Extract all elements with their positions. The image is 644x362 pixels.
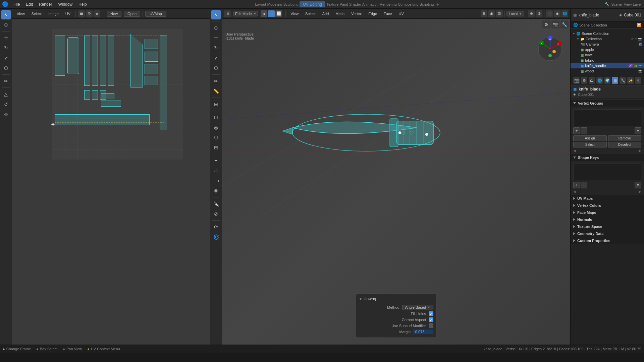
vp-mesh-btn[interactable]: Mesh	[333, 11, 347, 16]
prop-tab-scene[interactable]: 🌐	[596, 77, 603, 84]
fill-holes-checkbox[interactable]: ✓	[429, 311, 433, 316]
tree-collection[interactable]: ▼ 📁 Collection 👁 ⊙ 📷	[571, 36, 644, 42]
uv-maps-header[interactable]: UV Maps	[571, 195, 644, 202]
vp-vertex-btn[interactable]: Vertex	[348, 11, 364, 16]
prop-tab-output[interactable]: ⚙	[581, 77, 587, 84]
uv-select-btn[interactable]: Select	[29, 11, 45, 16]
vp-add-btn[interactable]: ⊞	[211, 100, 221, 109]
select-btn[interactable]: Select	[573, 142, 607, 147]
vp-shrink-btn[interactable]: ⊗	[211, 186, 221, 195]
uv-vertex-mode-btn[interactable]: ●	[94, 10, 100, 17]
shape-keys-header[interactable]: Shape Keys	[571, 154, 644, 161]
unwrap-method-value[interactable]: Angle Based ▼	[402, 305, 433, 310]
margin-input[interactable]: 0.073	[413, 329, 433, 334]
tree-collection-vis-icon[interactable]: 👁	[631, 37, 634, 41]
uv-sync-toggle[interactable]: ⟳	[86, 10, 93, 17]
correct-aspect-checkbox[interactable]: ✓	[429, 317, 433, 322]
tree-fabric[interactable]: ▦ fabric	[571, 58, 644, 63]
use-subsurf-checkbox[interactable]	[429, 323, 433, 328]
scale-tool-btn[interactable]: ⤢	[1, 53, 11, 63]
vp-edge-btn[interactable]: Edge	[366, 11, 380, 16]
vp-shading-material-btn[interactable]: ◉	[554, 10, 560, 17]
normals-header[interactable]: Normals	[571, 216, 644, 223]
vp-screw-btn[interactable]: 🌀	[211, 232, 221, 242]
vp-proportional-icon[interactable]: ◉	[488, 10, 495, 17]
uv-uv-btn[interactable]: UV	[63, 11, 73, 16]
viewport-render-props-icon[interactable]: ⚙	[542, 20, 550, 28]
uv-view-btn[interactable]: View	[14, 11, 28, 16]
vp-edge-slide-btn[interactable]: ⟼	[211, 176, 221, 185]
prop-tab-modifier[interactable]: 🔧	[620, 77, 626, 84]
annotate-tool-btn[interactable]: ✏	[1, 76, 11, 86]
stitch-tool-btn[interactable]: ⊛	[1, 110, 11, 119]
tree-bowl[interactable]: ▦ bowl	[571, 52, 644, 58]
vp-polypen-btn[interactable]: ✦	[211, 156, 221, 165]
uvmap-selector[interactable]: UVMap	[145, 11, 166, 17]
vertex-colors-header[interactable]: Vertex Colors	[571, 202, 644, 209]
tree-apple[interactable]: ▦ apple	[571, 47, 644, 52]
vp-inset-btn[interactable]: ◎	[211, 123, 221, 132]
tree-wood[interactable]: ▦ wood 📷	[571, 68, 644, 74]
texture-space-header[interactable]: Texture Space	[571, 223, 644, 230]
shape-key-add-btn[interactable]: +	[573, 182, 580, 188]
tree-scene-collection[interactable]: ▼ 🌐 Scene Collection	[571, 31, 644, 36]
move-tool-btn[interactable]: ✛	[1, 33, 11, 43]
uv-new-btn[interactable]: New	[107, 11, 121, 17]
vp-annotate-btn[interactable]: ✏	[211, 76, 221, 86]
prop-tab-particles[interactable]: ✨	[627, 77, 634, 84]
vp-cursor-btn[interactable]: ⊕	[211, 23, 221, 33]
vp-face-btn[interactable]: Face	[381, 11, 394, 16]
uv-image-btn[interactable]: Image	[46, 11, 61, 16]
deselect-btn[interactable]: Deselect	[608, 142, 642, 147]
prop-tab-object[interactable]: ▦	[612, 77, 618, 84]
menu-render[interactable]: Render	[36, 1, 55, 7]
assign-btn[interactable]: Assign	[573, 135, 607, 141]
vp-add-btn[interactable]: Add	[320, 11, 332, 16]
vp-uv-btn[interactable]: UV	[396, 11, 407, 16]
vertex-group-remove-btn[interactable]: -	[581, 127, 587, 134]
vp-knife-btn[interactable]: 🔪	[211, 199, 221, 208]
vertex-group-menu-btn[interactable]: ▼	[635, 127, 641, 134]
blender-logo[interactable]: 🔵	[2, 1, 9, 7]
vp-smooth-btn[interactable]: ◌	[211, 166, 221, 175]
3d-viewport[interactable]: 🖥 Edit Mode ▼ ● ⟋ ⬜ View Select Add Mesh…	[222, 9, 570, 345]
vp-select-btn[interactable]: Select	[303, 11, 318, 16]
shape-key-menu-btn[interactable]: ▼	[635, 182, 641, 188]
vp-shading-render-btn[interactable]: 🌐	[561, 10, 568, 17]
vp-bisect-btn[interactable]: ⊘	[211, 209, 221, 219]
face-maps-header[interactable]: Face Maps	[571, 209, 644, 216]
custom-props-header[interactable]: Custom Properties	[571, 237, 644, 244]
cursor-tool-btn[interactable]: ⊕	[1, 20, 11, 29]
viewport-scene-props-icon[interactable]: 🔧	[560, 20, 569, 28]
uv-open-btn[interactable]: Open	[124, 11, 140, 17]
prop-tab-render[interactable]: 📷	[573, 77, 580, 84]
rs-mesh-name[interactable]: Cube.001	[624, 13, 641, 17]
vp-transform-btn[interactable]: ⬡	[211, 63, 221, 73]
scene-label[interactable]: Scene	[611, 2, 622, 6]
vp-loop-btn[interactable]: ⊟	[211, 143, 221, 152]
shape-key-remove-btn[interactable]: -	[581, 182, 587, 188]
transform-space-selector[interactable]: Local ▼	[506, 11, 524, 16]
tree-camera[interactable]: 📷 Camera C	[571, 42, 644, 47]
prop-tab-world[interactable]: 🌍	[604, 77, 610, 84]
vp-shading-solid-btn[interactable]: ⬛	[546, 10, 553, 17]
tree-knife-handle[interactable]: ▦ knife_handle 🔗 M 📷	[571, 63, 644, 68]
prop-tab-view-layer[interactable]: 🗂	[589, 77, 595, 84]
vp-gizmo-icon[interactable]: ⊗	[536, 10, 542, 17]
rotate-tool-btn[interactable]: ↻	[1, 43, 11, 53]
transform-tool-btn[interactable]: ⬡	[1, 63, 11, 73]
viewport-output-props-icon[interactable]: 📷	[551, 20, 559, 28]
menu-help[interactable]: Help	[76, 1, 90, 7]
tree-collection-render-icon[interactable]: 📷	[638, 37, 642, 41]
vp-bevel-btn[interactable]: ⬠	[211, 133, 221, 142]
vp-rotate-btn[interactable]: ↻	[211, 43, 221, 53]
vp-overlay-icon[interactable]: ⊙	[528, 10, 535, 17]
scene-filter-icon[interactable]: 🔽	[637, 23, 641, 27]
vp-vertex-mode-btn[interactable]: ●	[261, 10, 267, 17]
vertex-group-add-btn[interactable]: +	[573, 127, 580, 134]
vp-measure-btn[interactable]: 📏	[211, 86, 221, 96]
vp-select-btn[interactable]: ↖	[211, 10, 221, 19]
geometry-data-header[interactable]: Geometry Data	[571, 230, 644, 237]
vp-edge-mode-btn[interactable]: ⟋	[268, 10, 275, 17]
uv-display-toggle[interactable]: ☰	[78, 10, 85, 17]
